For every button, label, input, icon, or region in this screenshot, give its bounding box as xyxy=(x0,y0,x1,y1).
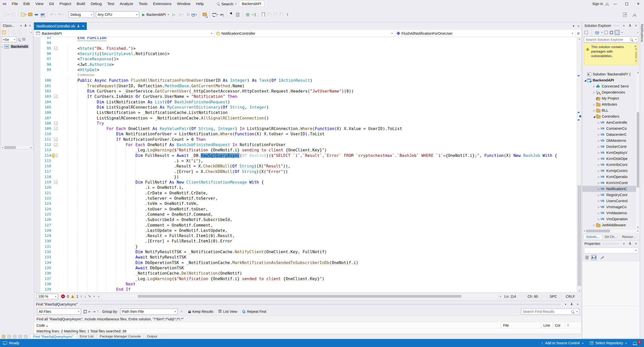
dropdown-arrow-icon[interactable]: ▾ xyxy=(8,13,9,16)
errors-icon[interactable]: ✕ xyxy=(61,294,65,298)
codelens-row[interactable]: 0 references xyxy=(34,72,581,78)
code-line[interactable]: 138Next xyxy=(34,281,581,287)
pin-icon[interactable] xyxy=(77,25,79,28)
scroll-right-icon[interactable]: ▸ xyxy=(499,295,502,298)
horizontal-scrollbar[interactable] xyxy=(102,295,497,298)
tree-item-kvminfocont[interactable]: ▷VBKvmInfoCont xyxy=(582,162,637,168)
results-column-headers[interactable]: Code ▲ File Line Col ▲▼ xyxy=(34,322,581,328)
switch-views-icon[interactable] xyxy=(584,30,588,35)
toolbar-overflow-icon[interactable]: » xyxy=(637,31,638,34)
code-line[interactable]: 134Dim DbOperationTSK = _NotificationCac… xyxy=(34,260,581,266)
menu-view[interactable]: View xyxy=(33,0,46,8)
split-window-icon[interactable]: ⊞ xyxy=(575,30,581,37)
expand-arrow-icon[interactable]: ▷ xyxy=(597,206,600,208)
tree-item-containerco[interactable]: ▷VBContainerCo xyxy=(582,125,637,132)
menu-build[interactable]: Build xyxy=(74,0,88,8)
code-line[interactable]: 112–For Each OneNotif As BashJobFinished… xyxy=(34,142,581,148)
outline-collapse-icon[interactable]: – xyxy=(54,181,57,184)
dropdown-arrow-icon[interactable]: ▾ xyxy=(183,13,184,16)
tree-item-aescontrolle[interactable]: ▷VBAesControlle xyxy=(582,119,637,125)
pin-icon[interactable] xyxy=(628,24,632,27)
close-button[interactable]: ✕ xyxy=(632,0,644,8)
breadcrumb-method[interactable]: FlushAllNotificationForOneUser▾ xyxy=(395,30,575,37)
code-line[interactable]: 111–If NotificationForUser.Count > 0 The… xyxy=(34,137,581,142)
code-line[interactable]: 100Public Async Function FlushAllNotific… xyxy=(34,78,581,83)
tree-item-vmoperation[interactable]: ▷VBVmOperation xyxy=(582,216,637,222)
code-line[interactable]: 107ListSignalRConnection = _Notification… xyxy=(34,115,581,121)
code-line[interactable]: 110Dim NotificationForUser = ListNotific… xyxy=(34,131,581,137)
platform-dropdown[interactable]: Any CPU▾ xyxy=(96,11,139,18)
tree-item-jwtmiddleware[interactable]: ▷JwtMiddleware xyxy=(582,222,637,228)
prev-issue-icon[interactable]: ↑ xyxy=(80,294,83,298)
scroll-up-icon[interactable]: ▴ xyxy=(577,37,582,40)
new-folder-icon[interactable] xyxy=(2,30,6,34)
maximize-button[interactable] xyxy=(621,0,632,8)
code-line[interactable]: 128.LastUpdate = OneNotif.LastUpdate, xyxy=(34,228,581,233)
find-in-files-button[interactable] xyxy=(202,11,208,18)
save-all-button[interactable] xyxy=(39,11,45,18)
code-line[interactable]: 131} xyxy=(34,244,581,249)
outline-collapse-icon[interactable]: – xyxy=(54,143,57,146)
code-line[interactable]: 101TraceRequest(UserID, Reflection.Metho… xyxy=(34,83,581,89)
code-line[interactable]: 114–Dim FullResult = Await _DB.RawSqlQue… xyxy=(34,153,581,158)
solution-name-box[interactable]: BackendAPI xyxy=(239,1,264,7)
expand-arrow-icon[interactable]: ▷ xyxy=(597,176,600,178)
code-line[interactable]: 99<HttpGet> xyxy=(34,67,581,73)
code-line[interactable]: 120.i = OneNotif.i, xyxy=(34,185,581,190)
tree-item-traceapi[interactable]: ▷TraceApi xyxy=(582,228,637,229)
tree-item-backendapi[interactable]: ◢BackendAPI xyxy=(582,77,637,83)
tree-item-dockercontr[interactable]: ▷VBDockerContr xyxy=(582,144,637,150)
open-folder-button[interactable] xyxy=(27,11,33,18)
menu-debug[interactable]: Debug xyxy=(88,0,104,8)
group-by-dropdown[interactable]: Path then File▾ xyxy=(120,309,178,315)
code-line[interactable]: 126.SubscribeId = OneNotif.SubscribeId, xyxy=(34,217,581,223)
format-document-button[interactable] xyxy=(235,11,241,18)
share-button[interactable] xyxy=(622,11,628,18)
close-icon[interactable]: ✕ xyxy=(82,24,84,28)
tree-item-dbmasterno[interactable]: ▷VBDbMasterno xyxy=(582,138,637,144)
find-scope-dropdown[interactable]: All Files▾ xyxy=(37,309,81,315)
search-find-results-input[interactable]: Search Find Results ▾ xyxy=(521,309,579,315)
restart-button[interactable]: ▾ xyxy=(190,11,198,18)
code-line[interactable]: 109–For Each OneClient As KeyValuePair(O… xyxy=(34,126,581,132)
solution-home-button[interactable]: ▾ xyxy=(212,11,219,18)
menu-help[interactable]: Help xyxy=(193,0,207,8)
close-icon[interactable]: ✕ xyxy=(575,303,580,306)
pin-icon[interactable] xyxy=(24,24,27,27)
repeat-find-label[interactable]: Repeat Find xyxy=(247,310,266,314)
dropdown-arrow-icon[interactable]: ▾ xyxy=(55,13,56,16)
scroll-down-icon[interactable]: ▾ xyxy=(577,289,582,292)
scroll-left-icon[interactable]: ◂ xyxy=(97,295,100,298)
expand-arrow-icon[interactable]: ▷ xyxy=(597,121,600,124)
code-line[interactable]: 125.Command = OneNotif.Command, xyxy=(34,212,581,217)
tree-item-notificationc[interactable]: ▷VBNotificationC xyxy=(582,186,637,192)
code-line[interactable]: 98<Jwt.Authorize> xyxy=(34,62,581,67)
code-line[interactable]: 130.[Error] = FullResult.Item1(0).Error xyxy=(34,238,581,244)
start-without-debugging-button[interactable]: ▷ xyxy=(171,11,177,18)
notifications-vertical-tab[interactable]: Notifications xyxy=(640,24,644,42)
feedback-icon[interactable] xyxy=(3,341,7,344)
vertical-scrollbar[interactable]: ▴ ▾ xyxy=(577,37,581,292)
window-list-icon[interactable]: ≡ xyxy=(578,24,579,28)
tree-item-vmimageco[interactable]: ▷VBVmImageCo xyxy=(582,204,637,210)
categorized-icon[interactable] xyxy=(584,255,589,260)
horizontal-scrollbar[interactable]: ◂▸ xyxy=(1,145,33,149)
expand-arrow-icon[interactable]: ▷ xyxy=(597,151,600,154)
show-all-files-icon[interactable] xyxy=(610,31,613,34)
keep-results-label[interactable]: Keep Results xyxy=(192,310,213,314)
expand-arrow-icon[interactable]: ▷ xyxy=(597,182,600,184)
bottom-tab-find-rawsqlqueryasync-[interactable]: Find "RawSqlQueryAsync" xyxy=(30,334,77,339)
prev-result-icon[interactable]: ⇤ xyxy=(88,310,91,314)
alphabetical-sort-icon[interactable]: A↓Z xyxy=(591,255,596,260)
zoom-dropdown[interactable]: 100 %▾ xyxy=(36,294,58,299)
notifications-bell-button[interactable]: 1 xyxy=(633,342,639,344)
feedback-person-button[interactable] xyxy=(631,11,637,18)
search-dropdown-icon[interactable]: ▾ xyxy=(235,3,236,5)
window-position-dropdown-icon[interactable]: ▾ xyxy=(622,242,626,245)
expand-arrow-icon[interactable]: ▷ xyxy=(597,145,600,148)
vertical-scrollbar[interactable]: ▲▼ xyxy=(636,71,640,229)
menu-analyze[interactable]: Analyze xyxy=(117,0,136,8)
dropdown-arrow-icon[interactable]: ▾ xyxy=(217,13,218,16)
toolbar-overflow-icon[interactable]: » xyxy=(30,31,32,34)
breadcrumb-project[interactable]: BackendAPI▾ xyxy=(34,30,214,37)
